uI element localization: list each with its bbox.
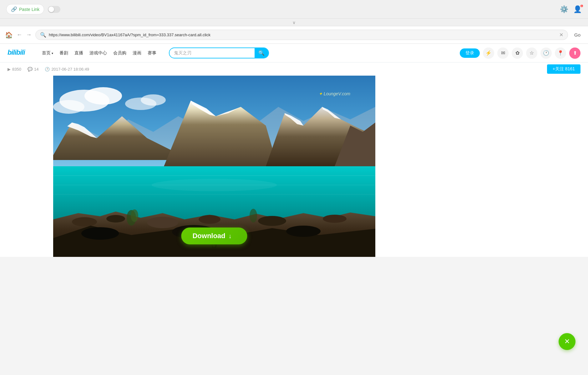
search-icon: 🔍 bbox=[40, 32, 46, 38]
bili-nav: 首页 番剧 直播 游戏中心 会员购 漫画 赛事 bbox=[42, 50, 156, 56]
bili-activity-icon[interactable]: ⚡ bbox=[483, 48, 494, 59]
app-bar-left: 🔗 Paste Link bbox=[6, 4, 60, 14]
home-icon[interactable]: 🏠 bbox=[5, 31, 13, 39]
paste-link-button[interactable]: 🔗 Paste Link bbox=[6, 4, 44, 14]
svg-point-33 bbox=[286, 226, 321, 237]
nav-manga[interactable]: 漫画 bbox=[133, 50, 141, 56]
fab-close-button[interactable]: ✕ bbox=[559, 333, 575, 350]
fab-close-icon: ✕ bbox=[564, 338, 570, 346]
views-meta: ▶ 8350 bbox=[8, 67, 21, 72]
bili-upload-button[interactable]: ⬆ bbox=[569, 48, 580, 59]
svg-point-29 bbox=[323, 215, 347, 223]
comment-icon: 💬 bbox=[28, 67, 33, 72]
video-watermark: ✦ LoungeV.com bbox=[319, 91, 350, 96]
avatar-badge: 👤 1 bbox=[573, 5, 582, 13]
gear-icon[interactable]: ⚙️ bbox=[560, 5, 568, 13]
svg-point-28 bbox=[258, 216, 286, 226]
browser-bar: 🏠 ← → 🔍 https://www.bilibili.com/video/B… bbox=[0, 26, 588, 44]
view-count: 8350 bbox=[12, 67, 21, 72]
bili-actions: 登录 ⚡ ✉ ✿ ☆ 🕐 📍 ⬆ bbox=[460, 48, 580, 59]
video-container: ✦ LoungeV.com Download ↓ ☞ bbox=[53, 76, 375, 257]
toggle-switch[interactable] bbox=[48, 6, 60, 13]
url-bar[interactable]: 🔍 https://www.bilibili.com/video/BV1ax41… bbox=[35, 30, 568, 40]
app-bar: 🔗 Paste Link ⚙️ 👤 1 bbox=[0, 0, 588, 19]
nav-esports[interactable]: 赛事 bbox=[148, 50, 156, 56]
nav-home[interactable]: 首页 bbox=[42, 50, 53, 56]
bili-location-icon[interactable]: 📍 bbox=[555, 48, 566, 59]
bili-search-input[interactable] bbox=[170, 49, 255, 58]
svg-point-3 bbox=[84, 87, 122, 105]
download-label: Download bbox=[192, 232, 225, 240]
toggle-knob bbox=[48, 7, 54, 12]
nav-game[interactable]: 游戏中心 bbox=[89, 50, 107, 56]
download-button[interactable]: Download ↓ bbox=[181, 228, 247, 244]
bili-login-button[interactable]: 登录 bbox=[460, 48, 480, 58]
play-icon: ▶ bbox=[8, 67, 11, 72]
download-arrow-icon: ↓ bbox=[229, 232, 232, 240]
download-overlay: Download ↓ bbox=[181, 228, 247, 244]
bilibili-logo: bilibili bbox=[8, 47, 36, 59]
date-text: 2017-06-27 18:06:49 bbox=[51, 67, 89, 72]
paste-link-label: Paste Link bbox=[19, 7, 39, 12]
comment-count: 14 bbox=[34, 67, 38, 72]
watermark-text: LoungeV.com bbox=[324, 91, 350, 96]
date-meta: 🕐 2017-06-27 18:06:49 bbox=[45, 67, 89, 72]
svg-text:bilibili: bilibili bbox=[8, 48, 25, 56]
svg-point-22 bbox=[152, 179, 277, 191]
go-button[interactable]: Go bbox=[572, 32, 583, 38]
video-meta-left: ▶ 8350 💬 14 🕐 2017-06-27 18:06:49 bbox=[8, 67, 89, 72]
back-button[interactable]: ← bbox=[17, 32, 22, 38]
bili-header: bilibili 首页 番剧 直播 游戏中心 会员购 漫画 赛事 🔍 登录 ⚡ … bbox=[0, 44, 588, 62]
app-bar-right: ⚙️ 👤 1 bbox=[560, 5, 582, 13]
url-clear-button[interactable]: ✕ bbox=[559, 32, 563, 38]
star-icon: ✦ bbox=[319, 91, 324, 96]
nav-anime[interactable]: 番剧 bbox=[59, 50, 68, 56]
follow-button[interactable]: +关注 8161 bbox=[547, 64, 580, 74]
svg-point-27 bbox=[199, 215, 220, 224]
bili-message-icon[interactable]: ✉ bbox=[497, 48, 509, 59]
notification-dot: 1 bbox=[580, 5, 583, 7]
nav-membership[interactable]: 会员购 bbox=[113, 50, 126, 56]
clock-icon: 🕐 bbox=[45, 67, 50, 72]
svg-point-36 bbox=[250, 209, 257, 222]
bilibili-page: bilibili 首页 番剧 直播 游戏中心 会员购 漫画 赛事 🔍 登录 ⚡ … bbox=[0, 44, 588, 257]
chevron-down-icon: ∨ bbox=[292, 20, 296, 25]
bili-search-button[interactable]: 🔍 bbox=[255, 48, 268, 58]
svg-point-4 bbox=[53, 100, 84, 114]
bili-fan-icon[interactable]: ✿ bbox=[512, 48, 523, 59]
nav-live[interactable]: 直播 bbox=[74, 50, 83, 56]
link-icon: 🔗 bbox=[11, 6, 17, 12]
video-meta-bar: ▶ 8350 💬 14 🕐 2017-06-27 18:06:49 +关注 81… bbox=[0, 62, 588, 76]
svg-point-6 bbox=[141, 94, 166, 106]
comments-meta: 💬 14 bbox=[28, 67, 38, 72]
svg-point-31 bbox=[81, 227, 119, 240]
bili-search[interactable]: 🔍 bbox=[169, 48, 269, 58]
notification-badge: ⚙️ bbox=[560, 5, 568, 13]
url-text: https://www.bilibili.com/video/BV1ax4116… bbox=[49, 32, 557, 37]
svg-point-25 bbox=[106, 215, 125, 222]
svg-point-35 bbox=[131, 209, 138, 222]
forward-button[interactable]: → bbox=[26, 32, 32, 38]
svg-point-24 bbox=[72, 217, 97, 227]
bili-favorite-icon[interactable]: ☆ bbox=[526, 48, 537, 59]
bili-history-icon[interactable]: 🕐 bbox=[540, 48, 552, 59]
svg-point-26 bbox=[147, 217, 178, 228]
collapse-handle[interactable]: ∨ bbox=[0, 19, 588, 26]
